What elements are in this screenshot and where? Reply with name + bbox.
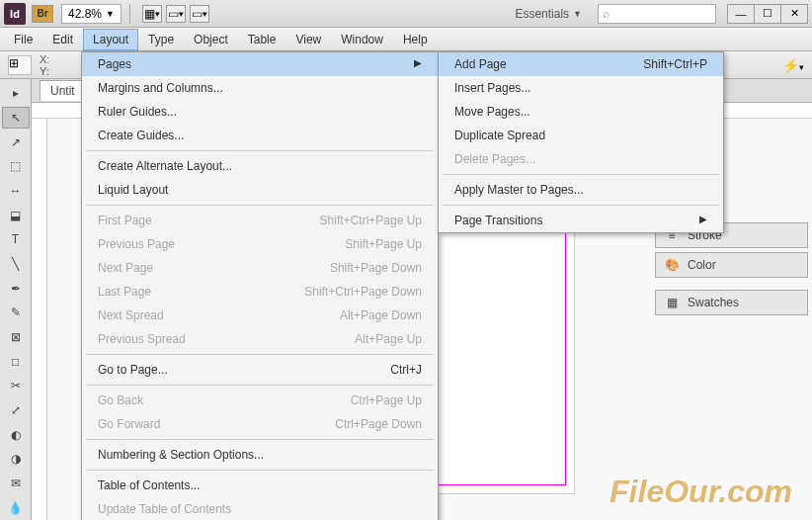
pages-submenu-item-move-pages-[interactable]: Move Pages... (439, 100, 723, 124)
menu-table[interactable]: Table (238, 29, 286, 50)
layout-menu-item-margins-and-columns-[interactable]: Margins and Columns... (82, 76, 438, 100)
layout-menu-item-table-of-contents-[interactable]: Table of Contents... (82, 474, 438, 497)
pages-submenu-item-duplicate-spread[interactable]: Duplicate Spread (439, 124, 723, 147)
eyedropper-tool[interactable]: 💧 (2, 496, 30, 519)
document-tab[interactable]: Untit (40, 80, 86, 101)
menu-file[interactable]: File (4, 29, 42, 50)
menu-object[interactable]: Object (184, 29, 238, 50)
content-collector-tool[interactable]: ⬓ (2, 204, 30, 226)
layout-menu-item-previous-spread: Previous SpreadAlt+Page Up (82, 327, 438, 351)
collapse-icon[interactable]: ▸ (2, 82, 30, 105)
menu-help[interactable]: Help (393, 29, 438, 50)
pages-submenu-item-page-transitions[interactable]: Page Transitions▶ (439, 209, 723, 232)
note-tool[interactable]: ✉ (2, 473, 30, 495)
toolbox: ▸ ↖ ↗ ⬚ ↔ ⬓ T ╲ ✒ ✎ ⊠ □ ✂ ⤢ ◐ ◑ ✉ 💧 (0, 79, 32, 520)
free-transform-tool[interactable]: ⤢ (2, 399, 30, 422)
pages-submenu-item-apply-master-to-pages-[interactable]: Apply Master to Pages... (439, 178, 723, 202)
pages-submenu-item-add-page[interactable]: Add PageShift+Ctrl+P (439, 52, 723, 76)
pencil-tool[interactable]: ✎ (2, 302, 30, 324)
pen-tool[interactable]: ✒ (2, 277, 30, 300)
maximize-button[interactable]: ☐ (754, 4, 781, 24)
layout-menu-item-next-spread: Next SpreadAlt+Page Down (82, 303, 438, 327)
close-button[interactable]: ✕ (780, 4, 808, 24)
y-coordinate-label: Y: (40, 65, 49, 77)
menubar: File Edit Layout Type Object Table View … (0, 28, 812, 51)
menu-window[interactable]: Window (331, 29, 393, 50)
direct-selection-tool[interactable]: ↗ (2, 130, 30, 153)
minimize-button[interactable]: — (727, 4, 755, 24)
x-coordinate-label: X: (40, 53, 49, 65)
view-options-icon[interactable]: ▦▾ (142, 5, 162, 23)
color-icon: 🎨 (664, 257, 680, 273)
layout-dropdown-menu: Pages▶Margins and Columns...Ruler Guides… (81, 51, 439, 520)
pages-submenu: Add PageShift+Ctrl+PInsert Pages...Move … (438, 51, 724, 233)
zoom-dropdown[interactable]: 42.8%▼ (61, 4, 122, 24)
right-panels: ≡Stroke 🎨Color ▦Swatches (655, 222, 808, 319)
bridge-badge[interactable]: Br (32, 5, 53, 23)
layout-menu-item-go-back: Go BackCtrl+Page Up (82, 389, 438, 412)
screen-mode-icon[interactable]: ▭▾ (166, 5, 186, 23)
layout-menu-item-numbering-section-options-[interactable]: Numbering & Section Options... (82, 443, 438, 467)
layout-menu-item-liquid-layout[interactable]: Liquid Layout (82, 178, 438, 202)
line-tool[interactable]: ╲ (2, 253, 30, 276)
menu-type[interactable]: Type (138, 29, 184, 50)
gradient-feather-tool[interactable]: ◑ (2, 448, 30, 471)
layout-menu-item-create-alternate-layout-[interactable]: Create Alternate Layout... (82, 154, 438, 178)
scissors-tool[interactable]: ✂ (2, 375, 30, 397)
layout-menu-item-pages[interactable]: Pages▶ (82, 52, 438, 76)
arrange-icon[interactable]: ▭▾ (190, 5, 209, 23)
gap-tool[interactable]: ↔ (2, 180, 30, 203)
reference-point-icon[interactable]: ⊞ (8, 55, 32, 75)
pages-submenu-item-insert-pages-[interactable]: Insert Pages... (439, 76, 723, 100)
menu-edit[interactable]: Edit (42, 29, 83, 50)
layout-menu-item-update-table-of-contents: Update Table of Contents (82, 497, 438, 520)
lightning-icon[interactable]: ⚡▾ (782, 57, 804, 73)
rectangle-tool[interactable]: □ (2, 350, 30, 373)
app-logo: Id (4, 3, 26, 25)
layout-menu-item-go-forward: Go ForwardCtrl+Page Down (82, 412, 438, 436)
titlebar: Id Br 42.8%▼ ▦▾ ▭▾ ▭▾ Essentials▼ ⌕ — ☐ … (0, 0, 812, 28)
menu-view[interactable]: View (285, 29, 331, 50)
rectangle-frame-tool[interactable]: ⊠ (2, 326, 30, 349)
layout-menu-item-create-guides-[interactable]: Create Guides... (82, 124, 438, 147)
vertical-ruler[interactable] (32, 119, 47, 520)
selection-tool[interactable]: ↖ (2, 107, 30, 130)
type-tool[interactable]: T (2, 228, 30, 251)
layout-menu-item-ruler-guides-[interactable]: Ruler Guides... (82, 100, 438, 124)
gradient-swatch-tool[interactable]: ◐ (2, 423, 30, 446)
layout-menu-item-previous-page: Previous PageShift+Page Up (82, 232, 438, 256)
swatches-panel[interactable]: ▦Swatches (655, 290, 808, 315)
pages-submenu-item-delete-pages-: Delete Pages... (439, 147, 723, 171)
swatches-icon: ▦ (664, 295, 680, 310)
layout-menu-item-next-page: Next PageShift+Page Down (82, 256, 438, 280)
page-tool[interactable]: ⬚ (2, 155, 30, 178)
layout-menu-item-first-page: First PageShift+Ctrl+Page Up (82, 209, 438, 232)
search-input[interactable]: ⌕ (598, 4, 716, 24)
menu-layout[interactable]: Layout (83, 29, 138, 50)
workspace-switcher[interactable]: Essentials▼ (507, 5, 590, 23)
layout-menu-item-go-to-page-[interactable]: Go to Page...Ctrl+J (82, 358, 438, 382)
color-panel[interactable]: 🎨Color (655, 252, 808, 278)
layout-menu-item-last-page: Last PageShift+Ctrl+Page Down (82, 280, 438, 303)
